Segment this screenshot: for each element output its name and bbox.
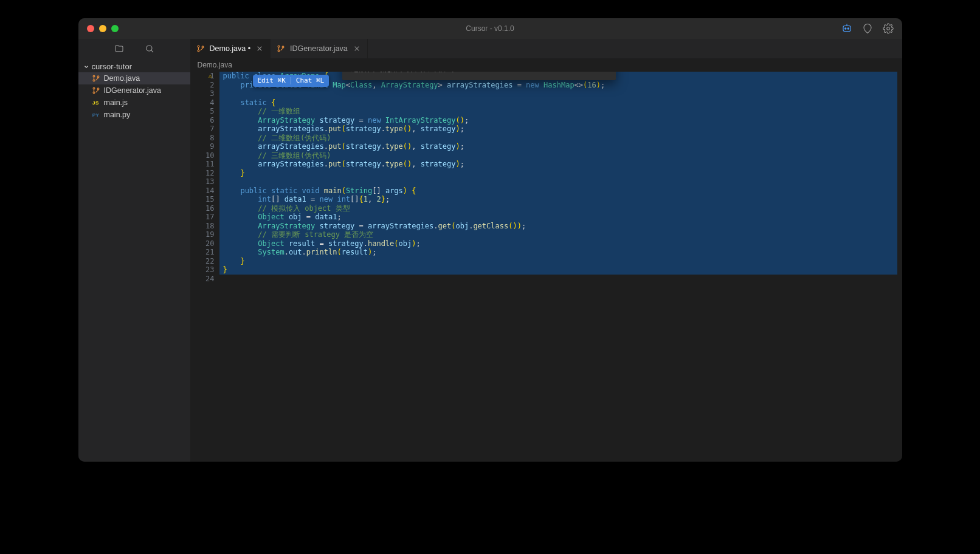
maximize-window-button[interactable] — [111, 25, 119, 32]
file-icon — [92, 86, 100, 95]
file-icon: PY — [92, 111, 100, 119]
svg-point-12 — [97, 88, 99, 90]
code-line[interactable]: Object result = strategy.handle(obj); — [219, 239, 902, 248]
code-line[interactable]: // 模拟传入 object 类型 — [219, 204, 902, 213]
title-bar: Cursor - v0.1.0 — [78, 18, 902, 39]
line-number: 14 — [190, 186, 215, 196]
line-number: 16 — [190, 204, 215, 213]
code-line[interactable] — [219, 89, 902, 98]
edit-action[interactable]: Edit ⌘K — [253, 77, 291, 86]
code-line[interactable]: Object obj = data1; — [219, 213, 902, 222]
svg-point-20 — [282, 46, 284, 48]
settings-gear-icon[interactable] — [883, 23, 894, 34]
code-line[interactable]: } — [219, 257, 902, 266]
chat-action[interactable]: Chat ⌘L — [291, 77, 329, 86]
root-folder-name: cursor-tutor — [92, 62, 132, 71]
tab-label: Demo.java • — [210, 44, 251, 53]
code-editor[interactable]: 这段代码使用了什么设计模式? 1234567891011121314151617… — [190, 72, 902, 462]
svg-point-8 — [93, 80, 95, 81]
ai-assistant-icon[interactable] — [841, 23, 852, 34]
line-number: 4 — [190, 98, 215, 108]
line-number: 6 — [190, 116, 215, 125]
chat-bubble-text: 这段代码使用了什么设计模式? — [351, 72, 458, 73]
sidebar: cursor-tutor Demo.javaIDGenerator.javaJS… — [78, 39, 190, 462]
editor-tab[interactable]: IDGenerator.java — [271, 39, 368, 58]
breadcrumb[interactable]: Demo.java — [190, 58, 902, 72]
code-line[interactable]: int[] data1 = new int[]{1, 2}; — [219, 195, 902, 204]
line-number: 17 — [190, 213, 215, 222]
close-tab-icon[interactable] — [353, 44, 361, 53]
line-number: 15 — [190, 195, 215, 204]
editor-area: Demo.java •IDGenerator.java Demo.java 这段… — [190, 39, 902, 462]
breadcrumb-file: Demo.java — [198, 61, 232, 69]
window-controls — [87, 25, 119, 32]
ai-action-pill: Edit ⌘K Chat ⌘L — [253, 75, 330, 87]
file-icon — [196, 44, 205, 53]
file-icon — [277, 44, 285, 53]
code-line[interactable]: } — [219, 265, 902, 275]
svg-point-9 — [97, 76, 99, 78]
line-number: 22 — [190, 257, 215, 266]
line-number-gutter: 123456789101112131415161718192021222324 — [190, 72, 219, 462]
file-tree-item[interactable]: IDGenerator.java — [78, 84, 190, 97]
search-icon[interactable] — [145, 44, 154, 53]
svg-point-19 — [278, 50, 280, 52]
code-line[interactable]: // 一维数组 — [219, 107, 902, 116]
code-line[interactable]: System.out.println(result); — [219, 248, 902, 257]
code-content[interactable]: Edit ⌘K Chat ⌘L public class ArrayDemo {… — [219, 72, 902, 462]
line-number: 5 — [190, 107, 215, 116]
close-window-button[interactable] — [87, 25, 94, 32]
svg-line-6 — [151, 50, 153, 52]
editor-tab[interactable]: Demo.java • — [190, 39, 271, 58]
line-number: 23 — [190, 265, 215, 275]
file-tree-item[interactable]: PYmain.py — [78, 109, 190, 121]
code-line[interactable]: // 二维数组(伪代码) — [219, 134, 902, 143]
code-line[interactable]: } — [219, 169, 902, 178]
line-number: 21 — [190, 248, 215, 257]
line-number: 3 — [190, 89, 215, 98]
line-number: 11 — [190, 160, 215, 169]
code-line[interactable]: arrayStrategies.put(strategy.type(), str… — [219, 160, 902, 169]
file-tree-item[interactable]: Demo.java — [78, 72, 190, 84]
file-icon — [92, 74, 100, 83]
line-number: 2 — [190, 81, 215, 90]
code-line[interactable]: arrayStrategies.put(strategy.type(), str… — [219, 142, 902, 151]
code-line[interactable]: ArrayStrategy strategy = arrayStrategies… — [219, 222, 902, 231]
svg-point-1 — [844, 28, 846, 29]
line-number: 8 — [190, 134, 215, 143]
minimize-window-button[interactable] — [99, 25, 106, 32]
line-number: 20 — [190, 239, 215, 248]
svg-point-14 — [198, 50, 199, 52]
file-explorer: cursor-tutor Demo.javaIDGenerator.javaJS… — [78, 58, 190, 123]
code-line[interactable]: // 需要判断 strategy 是否为空 — [219, 230, 902, 239]
sidebar-toolbar — [78, 39, 190, 58]
file-tree-item[interactable]: JSmain.js — [78, 97, 190, 109]
code-line[interactable]: // 三维数组(伪代码) — [219, 151, 902, 160]
folder-icon[interactable] — [114, 44, 124, 53]
explorer-root[interactable]: cursor-tutor — [78, 61, 190, 72]
window-title: Cursor - v0.1.0 — [466, 24, 514, 33]
chevron-down-icon — [83, 64, 89, 70]
svg-point-5 — [146, 46, 151, 51]
code-line[interactable]: public static void main(String[] args) { — [219, 186, 902, 196]
svg-point-4 — [886, 27, 889, 30]
file-icon: JS — [92, 98, 100, 107]
code-line[interactable] — [219, 177, 902, 186]
code-line[interactable]: ArrayStrategy strategy = new IntArrayStr… — [219, 116, 902, 125]
code-line[interactable]: static { — [219, 98, 902, 108]
ai-chat-bubble[interactable]: 这段代码使用了什么设计模式? — [342, 72, 616, 80]
title-actions — [841, 23, 894, 34]
code-line[interactable] — [219, 275, 902, 284]
file-name: Demo.java — [104, 74, 140, 83]
svg-point-2 — [847, 28, 849, 29]
close-tab-icon[interactable] — [255, 44, 264, 53]
warning-glyph-icon[interactable]: ⚠ — [209, 72, 216, 81]
svg-point-18 — [278, 46, 280, 47]
line-number: 19 — [190, 230, 215, 239]
line-number: 10 — [190, 151, 215, 160]
activity-icon[interactable] — [862, 23, 873, 34]
svg-point-15 — [202, 46, 204, 48]
code-line[interactable]: arrayStrategies.put(strategy.type(), str… — [219, 125, 902, 134]
line-number: 12 — [190, 169, 215, 178]
line-number: 13 — [190, 177, 215, 186]
